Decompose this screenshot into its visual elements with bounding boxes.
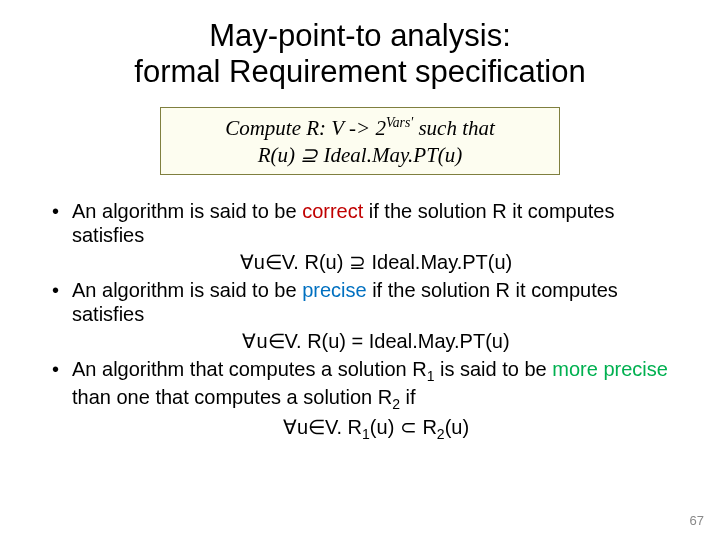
bullet-more-precise: An algorithm that computes a solution R1…: [52, 357, 680, 443]
b3-sub2: 2: [392, 396, 400, 412]
b3m-pre: ∀u∈V. R: [283, 416, 362, 438]
formula-line1-pre: Compute R: V -> 2: [225, 116, 386, 140]
b3m-post: (u): [445, 416, 469, 438]
b1-math: ∀u∈V. R(u) ⊇ Ideal.May.PT(u): [72, 250, 680, 274]
b2-pre: An algorithm is said to be: [72, 279, 302, 301]
slide-title: May-point-to analysis: formal Requiremen…: [40, 18, 680, 89]
b3-math: ∀u∈V. R1(u) ⊂ R2(u): [72, 415, 680, 443]
b3-mid: is said to be: [434, 358, 552, 380]
formula-superscript: Vars': [386, 115, 413, 130]
title-line-2: formal Requirement specification: [134, 54, 585, 89]
formula-box: Compute R: V -> 2Vars' such that R(u) ⊇ …: [160, 107, 560, 175]
b1-pre: An algorithm is said to be: [72, 200, 302, 222]
keyword-precise: precise: [302, 279, 366, 301]
title-line-1: May-point-to analysis:: [209, 18, 511, 53]
b2-math: ∀u∈V. R(u) = Ideal.May.PT(u): [72, 329, 680, 353]
keyword-more-precise: more precise: [552, 358, 668, 380]
slide-number: 67: [690, 513, 704, 528]
b3m-mid: (u) ⊂ R: [370, 416, 437, 438]
keyword-correct: correct: [302, 200, 363, 222]
b3m-s1: 1: [362, 426, 370, 442]
b3m-s2: 2: [437, 426, 445, 442]
formula-line1-post: such that: [413, 116, 495, 140]
bullet-correct: An algorithm is said to be correct if th…: [52, 199, 680, 274]
b3-pre: An algorithm that computes a solution R: [72, 358, 427, 380]
b3-mid2: than one that computes a solution R: [72, 386, 392, 408]
bullet-list: An algorithm is said to be correct if th…: [40, 199, 680, 444]
bullet-precise: An algorithm is said to be precise if th…: [52, 278, 680, 353]
formula-line2: R(u) ⊇ Ideal.May.PT(u): [258, 143, 463, 167]
b3-post: if: [400, 386, 416, 408]
